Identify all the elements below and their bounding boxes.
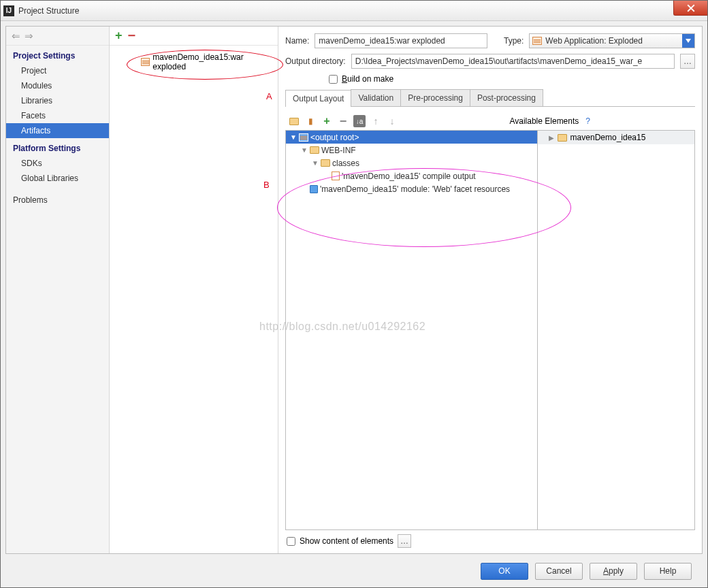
sidebar-item-artifacts[interactable]: Artifacts	[6, 123, 109, 138]
nav-fwd-icon[interactable]: ⇒	[25, 30, 33, 42]
tree-label: 'mavenDemo_idea15' module: 'Web' facet r…	[320, 184, 510, 194]
tab-pre-processing[interactable]: Pre-processing	[400, 89, 470, 106]
facet-icon	[310, 185, 318, 193]
titlebar[interactable]: IJ Project Structure	[1, 1, 707, 21]
artifacts-toolbar: + −	[110, 27, 278, 46]
help-button[interactable]: Help	[644, 563, 692, 580]
show-content-label: Show content of elements	[300, 536, 393, 546]
move-down-icon[interactable]: ↓	[386, 115, 398, 127]
artifact-icon	[141, 58, 150, 66]
window-buttons	[673, 1, 707, 16]
project-structure-dialog: IJ Project Structure ⇐ ⇒ Project Setting…	[0, 0, 708, 588]
artifact-details-panel: Name: Type: Web Application: Exploded Ou…	[278, 27, 702, 553]
sidebar-item-project[interactable]: Project	[6, 63, 109, 78]
available-item[interactable]: ▶ mavenDemo_idea15	[538, 131, 694, 144]
close-button[interactable]	[673, 1, 707, 16]
module-icon	[558, 134, 567, 142]
tree-expand-icon[interactable]: ▼	[312, 159, 319, 167]
new-archive-icon[interactable]: ▮	[304, 115, 317, 127]
build-on-make-label: Build on make	[342, 74, 393, 84]
sidebar-item-facets[interactable]: Facets	[6, 108, 109, 123]
type-selector[interactable]: Web Application: Exploded	[529, 33, 695, 48]
output-layout-toolbar: ▮ + − ↓a ↑ ↓ Available Elements ?	[285, 112, 695, 130]
outdir-browse-button[interactable]: …	[680, 54, 695, 69]
add-copy-icon[interactable]: +	[321, 115, 333, 127]
annotation-label-a: A	[266, 91, 272, 101]
build-on-make-checkbox[interactable]	[329, 75, 338, 84]
show-content-checkbox[interactable]	[287, 537, 295, 546]
compile-output-icon	[332, 172, 340, 180]
tree-label: WEB-INF	[321, 146, 356, 155]
tab-output-layout[interactable]: Output Layout	[285, 90, 351, 107]
tab-post-processing[interactable]: Post-processing	[470, 89, 543, 106]
annotation-label-b: B	[263, 180, 270, 190]
remove-icon[interactable]: −	[337, 115, 349, 127]
sidebar-item-problems[interactable]: Problems	[6, 193, 109, 208]
available-elements-header: Available Elements	[509, 116, 579, 126]
artifact-label: mavenDemo_idea15:war exploded	[152, 52, 272, 71]
remove-artifact-icon[interactable]: −	[128, 28, 136, 44]
outdir-input[interactable]	[351, 54, 675, 69]
sidebar: ⇐ ⇒ Project Settings Project Modules Lib…	[6, 27, 110, 553]
tree-expand-icon[interactable]: ▼	[301, 146, 308, 154]
artifact-item[interactable]: mavenDemo_idea15:war exploded	[110, 50, 278, 74]
tabs: Output Layout Validation Pre-processing …	[285, 89, 695, 107]
show-content-options-button[interactable]: …	[398, 534, 411, 548]
outdir-row: Output directory: …	[285, 54, 695, 69]
build-on-make-row: Build on make	[285, 74, 695, 84]
tree-label: <output root>	[310, 133, 359, 142]
tree-expand-icon[interactable]: ▼	[290, 133, 297, 141]
window-title: Project Structure	[18, 6, 79, 16]
cancel-button[interactable]: Cancel	[535, 563, 583, 580]
sidebar-item-libraries[interactable]: Libraries	[6, 93, 109, 108]
type-dropdown-icon[interactable]	[682, 34, 694, 48]
tree-collapse-icon[interactable]: ▶	[549, 134, 554, 142]
dialog-body: ⇐ ⇒ Project Settings Project Modules Lib…	[1, 21, 707, 587]
output-root-icon	[299, 133, 308, 142]
available-elements-pane[interactable]: ▶ mavenDemo_idea15	[538, 130, 695, 530]
tree-label: 'mavenDemo_idea15' compile output	[342, 172, 476, 181]
tree-web-inf[interactable]: ▼ WEB-INF	[286, 144, 537, 157]
outdir-label: Output directory:	[285, 56, 346, 66]
output-layout-body: ▮ + − ↓a ↑ ↓ Available Elements ? ▼	[285, 112, 695, 549]
tree-label: classes	[332, 159, 359, 168]
folder-icon	[310, 146, 319, 154]
main-panel: ⇐ ⇒ Project Settings Project Modules Lib…	[5, 26, 703, 554]
tab-validation[interactable]: Validation	[351, 89, 401, 106]
sidebar-item-global-libraries[interactable]: Global Libraries	[6, 171, 109, 186]
type-label: Type:	[504, 36, 524, 46]
dialog-footer: OK Cancel Apply Help	[5, 559, 703, 583]
type-icon	[532, 37, 542, 45]
section-platform-settings: Platform Settings	[6, 138, 109, 156]
available-item-label: mavenDemo_idea15	[570, 133, 646, 142]
ok-button[interactable]: OK	[481, 563, 528, 580]
output-layout-split: ▼ <output root> ▼ WEB-INF ▼	[285, 130, 695, 530]
show-content-row: Show content of elements …	[285, 530, 695, 549]
tree-compile-output[interactable]: 'mavenDemo_idea15' compile output	[286, 169, 537, 182]
name-input[interactable]	[315, 33, 487, 48]
artifacts-list-panel: + − mavenDemo_idea15:war exploded A	[110, 27, 278, 553]
new-folder-icon[interactable]	[288, 115, 300, 127]
sidebar-item-modules[interactable]: Modules	[6, 78, 109, 93]
move-up-icon[interactable]: ↑	[370, 115, 382, 127]
sidebar-nav: ⇐ ⇒	[6, 27, 109, 46]
nav-back-icon[interactable]: ⇐	[12, 30, 20, 42]
add-artifact-icon[interactable]: +	[115, 29, 123, 43]
name-row: Name: Type: Web Application: Exploded	[285, 33, 695, 48]
apply-button[interactable]: Apply	[590, 563, 637, 580]
folder-icon	[321, 159, 330, 167]
output-tree[interactable]: ▼ <output root> ▼ WEB-INF ▼	[285, 130, 538, 530]
sort-icon[interactable]: ↓a	[353, 115, 366, 127]
tree-facet-resources[interactable]: 'mavenDemo_idea15' module: 'Web' facet r…	[286, 182, 537, 195]
section-project-settings: Project Settings	[6, 46, 109, 63]
tree-classes[interactable]: ▼ classes	[286, 157, 537, 169]
app-icon: IJ	[3, 5, 14, 16]
tree-output-root[interactable]: ▼ <output root>	[286, 131, 537, 144]
name-label: Name:	[285, 36, 309, 46]
type-value: Web Application: Exploded	[545, 36, 682, 46]
help-icon[interactable]: ?	[585, 116, 590, 126]
sidebar-item-sdks[interactable]: SDKs	[6, 156, 109, 171]
